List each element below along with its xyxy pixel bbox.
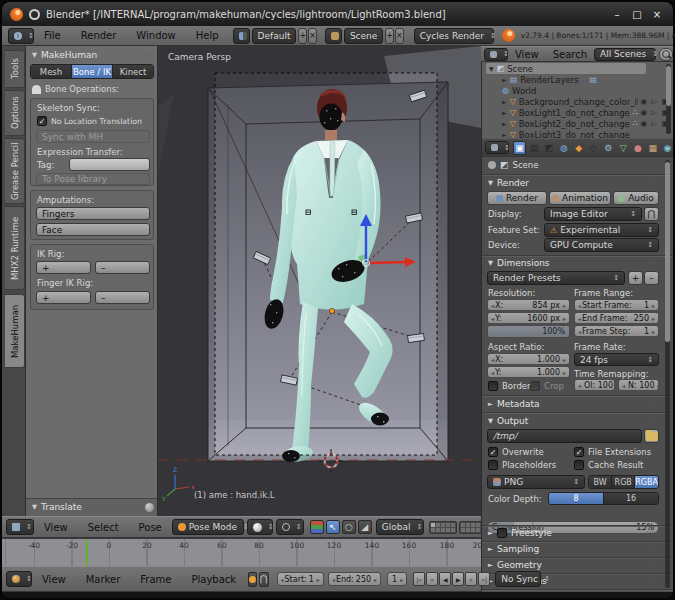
add-layout-button[interactable]: + [298,28,307,44]
depth-8[interactable]: 8 [549,493,604,504]
device-select[interactable]: GPU Compute↕ [544,238,659,252]
outliner-item-background[interactable]: ► ▽ Background_change_color_if_nece [502,96,638,107]
viewport-menu-pose[interactable]: Pose [129,522,172,533]
tab-scene[interactable]: ◩ [543,141,556,155]
outliner-menu-view[interactable]: View [508,49,546,60]
screen-layout-select[interactable]: Default [252,28,297,44]
outliner-item-boxlight3[interactable]: ► ▽ BoxLight3_do_not_change [502,129,638,138]
tab-modifiers[interactable]: ⚙ [602,141,615,155]
face-button[interactable]: Face [36,223,150,236]
tag-input[interactable] [69,158,150,171]
disclosure-icon[interactable]: ► [502,131,507,138]
file-format-select[interactable]: PNG↕ [487,475,585,489]
manipulator-translate-icon[interactable]: ↖ [326,520,340,534]
resolution-percentage-slider[interactable]: 100% [487,325,570,338]
timeline-menu-frame[interactable]: Frame [130,574,181,585]
animation-button[interactable]: Animation [549,191,611,205]
increment-icon[interactable]: ▸ [651,328,656,335]
remove-layout-button[interactable]: × [308,28,317,44]
disclosure-icon[interactable]: ► [502,109,507,116]
border-checkbox-row[interactable]: Border [488,381,531,391]
file-browse-button[interactable] [644,429,659,443]
ik-rig-add-button[interactable]: + [36,261,91,274]
menu-window[interactable]: Window [126,30,185,41]
panel-header-metadata[interactable]: ►Metadata···· [488,399,659,409]
tab-material[interactable]: ● [632,141,645,155]
manipulator-axis-icon[interactable] [310,520,324,534]
remap-new-field[interactable]: ◂N: 100▸ [618,379,659,391]
play-button[interactable]: ▶ [452,572,464,586]
depth-16[interactable]: 16 [604,493,658,504]
overwrite-checkbox-row[interactable]: ✓Overwrite [488,447,544,457]
eye-icon[interactable]: ◉ [640,97,647,106]
viewport-shading-select[interactable]: ↕ [247,519,273,535]
aspect-y-field[interactable]: ◂Y:1.000▸ [487,366,570,378]
play-reverse-button[interactable]: ◀ [439,572,451,586]
render-presets-select[interactable]: Render Presets↕ [487,271,625,285]
editor-type-button[interactable]: i↕ [8,28,34,44]
tab-object[interactable]: ◆ [572,141,585,155]
preset-remove-button[interactable]: – [644,271,659,285]
render-button[interactable]: Render [487,191,547,205]
outliner-editor-type-button[interactable]: ↕ [484,48,508,61]
end-field[interactable]: ◂End:250▸ [328,572,381,586]
feature-set-select[interactable]: ⚠Experimental↕ [544,223,659,237]
increment-icon[interactable]: ▸ [373,576,378,583]
timeline-editor-type-button[interactable]: ↕ [6,571,32,587]
render-engine-select[interactable]: Cycles Render↕ [414,28,494,44]
panel-header-output[interactable]: ▼Output···· [488,416,659,426]
panel-header-dimensions[interactable]: ▼Dimensions···· [488,258,659,268]
channel-rgb[interactable]: RGB [612,476,635,488]
disclosure-icon[interactable]: ► [502,98,507,105]
current-frame-playhead[interactable] [86,539,88,566]
outliner-scrollbar[interactable] [666,64,671,134]
checkbox-icon[interactable] [497,528,507,538]
increment-icon[interactable]: ▸ [562,369,567,376]
finger-ik-add-button[interactable]: + [36,291,91,304]
increment-icon[interactable]: ▸ [399,576,404,583]
disclosure-icon[interactable]: ► [502,120,507,127]
file-extensions-checkbox-row[interactable]: ✓File Extensions [574,447,651,457]
tab-mesh[interactable]: Mesh [31,65,72,78]
finger-ik-remove-button[interactable]: – [95,291,150,304]
outliner-item-world[interactable]: ◍ World [502,85,652,96]
output-path-field[interactable]: /tmp/ [487,429,642,443]
selectable-icon[interactable]: ▻ [651,108,657,117]
outliner-item-boxlight1[interactable]: ► ▽ BoxLight1_do_not_change ∴ [502,107,638,118]
translate-panel-header[interactable]: ▼ Translate ···· [32,502,154,512]
orientation-select[interactable]: Global↕ [376,519,424,535]
cache-result-checkbox-row[interactable]: Cache Result [574,460,643,470]
frame-step-field[interactable]: ◂Frame Step:1▸ [574,325,659,337]
properties-editor-type-button[interactable]: ↕ [485,141,509,154]
increment-icon[interactable]: ▸ [562,315,567,322]
shelf-tab-tools[interactable]: Tools [5,50,25,88]
checkbox-checked-icon[interactable]: ✓ [37,116,47,126]
checkbox-checked-icon[interactable]: ✓ [488,447,498,457]
preset-add-button[interactable]: + [628,271,643,285]
viewport-3d[interactable]: x Y Z Camera Persp (1) ame : hand.ik.L [158,46,481,516]
remove-scene-button[interactable]: × [395,28,404,44]
crop-checkbox-row[interactable]: Crop [530,381,564,391]
checkbox-icon[interactable] [574,460,584,470]
selectable-icon[interactable]: ▻ [651,119,657,128]
panel-header-geometry[interactable]: ►Geometry···· [488,560,659,570]
outliner-restrict-icons[interactable]: ◉▻▣ [640,96,669,107]
jump-end-button[interactable]: »| [478,572,490,586]
end-frame-field[interactable]: ◂End Frame:250▸ [574,312,659,324]
mode-select[interactable]: Pose Mode↕ [172,519,244,535]
outliner-search-button[interactable] [659,48,673,61]
menu-render[interactable]: Render [71,30,127,41]
aspect-x-field[interactable]: ◂X:1.000▸ [487,353,570,365]
shelf-tab-options[interactable]: Options [5,90,25,136]
outliner-item-renderlayers[interactable]: ► ▤ RenderLayers ▤ [502,74,652,85]
next-keyframe-button[interactable]: » [465,572,477,586]
start-frame-field[interactable]: ◂Start Frame:1▸ [574,299,659,311]
tab-texture[interactable]: ▦ [646,141,659,155]
channel-rgba[interactable]: RGBA [635,476,658,488]
outliner-item-boxlight2[interactable]: ► ▽ BoxLight2_do_not_change ∴ [502,118,638,129]
increment-icon[interactable]: ▸ [316,576,321,583]
timeline-menu-playback[interactable]: Playback [181,574,246,585]
disclosure-icon[interactable]: ► [502,76,507,83]
fingers-button[interactable]: Fingers [36,207,150,220]
screen-layout-icon-button[interactable] [233,28,250,44]
